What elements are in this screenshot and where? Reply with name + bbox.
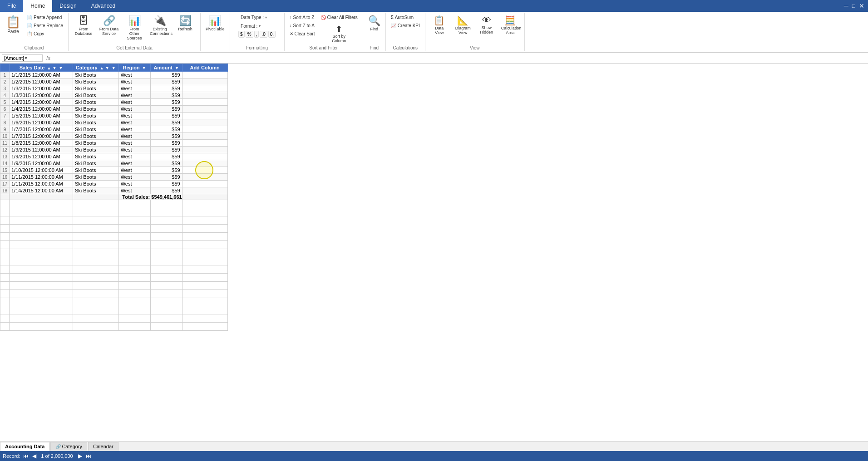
table-row[interactable]: 5 1/4/2015 12:00:00 AM Ski Boots West $5…: [0, 99, 228, 106]
cell-region[interactable]: West: [118, 126, 150, 133]
table-row[interactable]: 17 1/11/2015 12:00:00 AM Ski Boots West …: [0, 181, 228, 187]
existing-connections-button[interactable]: 🔌 Existing Connections: [148, 14, 172, 37]
cell-sales-date[interactable]: 1/6/2015 12:00:00 AM: [10, 119, 73, 126]
table-row[interactable]: 1 1/1/2015 12:00:00 AM Ski Boots West $5…: [0, 72, 228, 78]
cell-category[interactable]: Ski Boots: [73, 126, 119, 133]
cell-amount[interactable]: $59: [150, 153, 182, 160]
table-row[interactable]: 10 1/7/2015 12:00:00 AM Ski Boots West $…: [0, 133, 228, 140]
table-row[interactable]: 12 1/9/2015 12:00:00 AM Ski Boots West $…: [0, 147, 228, 153]
tab-design[interactable]: Design: [52, 0, 84, 12]
cell-extra[interactable]: [182, 147, 227, 153]
cell-amount[interactable]: $59: [150, 85, 182, 92]
find-button[interactable]: 🔍 Find: [366, 14, 383, 44]
cell-extra[interactable]: [182, 126, 227, 133]
cell-amount[interactable]: $59: [150, 113, 182, 119]
autosum-button[interactable]: Σ AutoSum: [389, 14, 422, 21]
window-close-icon[interactable]: ✕: [857, 2, 866, 10]
cell-amount[interactable]: $59: [150, 99, 182, 106]
cell-sales-date[interactable]: 1/11/2015 12:00:00 AM: [10, 181, 73, 187]
cell-region[interactable]: West: [118, 85, 150, 92]
calculation-area-button[interactable]: 🧮 Calculation Area: [499, 14, 522, 36]
cell-category[interactable]: Ski Boots: [73, 113, 119, 119]
cell-sales-date[interactable]: 1/3/2015 12:00:00 AM: [10, 85, 73, 92]
cell-region[interactable]: West: [118, 187, 150, 194]
from-database-button[interactable]: 🗄 From Database: [71, 14, 96, 37]
window-minimize-icon[interactable]: ─: [842, 2, 850, 10]
cell-category[interactable]: Ski Boots: [73, 119, 119, 126]
sheet-tab-accounting-data[interactable]: Accounting Data: [0, 442, 49, 451]
cell-amount[interactable]: $59: [150, 160, 182, 167]
cell-sales-date[interactable]: 1/8/2015 12:00:00 AM: [10, 140, 73, 147]
comma-button[interactable]: ,: [254, 31, 259, 38]
col-header-amount[interactable]: Amount ▼: [150, 64, 182, 72]
cell-extra[interactable]: [182, 85, 227, 92]
cell-region[interactable]: West: [118, 99, 150, 106]
cell-amount[interactable]: $59: [150, 133, 182, 140]
cell-extra[interactable]: [182, 133, 227, 140]
cell-amount[interactable]: $59: [150, 72, 182, 78]
cell-category[interactable]: Ski Boots: [73, 106, 119, 113]
cell-amount[interactable]: $59: [150, 140, 182, 147]
data-type-button[interactable]: Data Type : ▾: [238, 14, 276, 21]
diagram-view-button[interactable]: 📐 Diagram View: [452, 14, 474, 36]
table-row[interactable]: 3 1/3/2015 12:00:00 AM Ski Boots West $5…: [0, 85, 228, 92]
decimal-increase-button[interactable]: .0: [260, 31, 267, 38]
category-filter-icon[interactable]: ▼: [112, 66, 116, 70]
cell-extra[interactable]: [182, 174, 227, 181]
cell-region[interactable]: West: [118, 181, 150, 187]
cell-sales-date[interactable]: 1/10/2015 12:00:00 AM: [10, 167, 73, 174]
clear-sort-button[interactable]: ✕ Clear Sort: [287, 30, 317, 38]
cell-category[interactable]: Ski Boots: [73, 72, 119, 78]
cell-extra[interactable]: [182, 153, 227, 160]
amount-filter-icon[interactable]: ▼: [175, 66, 179, 70]
cell-extra[interactable]: [182, 187, 227, 194]
cell-extra[interactable]: [182, 78, 227, 85]
cell-extra[interactable]: [182, 167, 227, 174]
cell-sales-date[interactable]: 1/7/2015 12:00:00 AM: [10, 133, 73, 140]
nav-first-button[interactable]: ⏮: [22, 453, 30, 459]
copy-button[interactable]: 📋 Copy: [25, 30, 65, 38]
cell-sales-date[interactable]: 1/1/2015 12:00:00 AM: [10, 72, 73, 78]
cell-extra[interactable]: [182, 106, 227, 113]
cell-sales-date[interactable]: 1/2/2015 12:00:00 AM: [10, 78, 73, 85]
refresh-button[interactable]: 🔄 Refresh: [173, 14, 197, 33]
cell-category[interactable]: Ski Boots: [73, 147, 119, 153]
cell-ref-dropdown-icon[interactable]: ▾: [25, 56, 27, 60]
cell-sales-date[interactable]: 1/4/2015 12:00:00 AM: [10, 99, 73, 106]
table-row[interactable]: 4 1/3/2015 12:00:00 AM Ski Boots West $5…: [0, 92, 228, 99]
cell-sales-date[interactable]: 1/9/2015 12:00:00 AM: [10, 160, 73, 167]
cell-region[interactable]: West: [118, 113, 150, 119]
sheet-tab-calendar[interactable]: Calendar: [88, 442, 118, 451]
cell-amount[interactable]: $59: [150, 167, 182, 174]
cell-amount[interactable]: $59: [150, 174, 182, 181]
table-row[interactable]: 14 1/9/2015 12:00:00 AM Ski Boots West $…: [0, 160, 228, 167]
region-filter-icon[interactable]: ▼: [142, 66, 146, 70]
cell-amount[interactable]: $59: [150, 126, 182, 133]
table-row[interactable]: 2 1/2/2015 12:00:00 AM Ski Boots West $5…: [0, 78, 228, 85]
cell-amount[interactable]: $59: [150, 181, 182, 187]
nav-next-button[interactable]: ▶: [77, 453, 83, 459]
cell-region[interactable]: West: [118, 160, 150, 167]
sales-date-filter-icon[interactable]: ▼: [59, 66, 63, 70]
pivottable-button[interactable]: 📊 PivotTable: [203, 14, 227, 49]
paste-append-button[interactable]: 📄 Paste Append: [25, 14, 65, 21]
table-row[interactable]: 8 1/6/2015 12:00:00 AM Ski Boots West $5…: [0, 119, 228, 126]
from-other-sources-button[interactable]: 📊 From Other Sources: [122, 14, 147, 42]
cell-category[interactable]: Ski Boots: [73, 99, 119, 106]
cell-amount[interactable]: $59: [150, 78, 182, 85]
cell-extra[interactable]: [182, 181, 227, 187]
table-row[interactable]: 11 1/8/2015 12:00:00 AM Ski Boots West $…: [0, 140, 228, 147]
cell-region[interactable]: West: [118, 167, 150, 174]
col-header-sales-date[interactable]: Sales Date ▲ ▼ ▼: [10, 64, 73, 72]
table-row[interactable]: 15 1/10/2015 12:00:00 AM Ski Boots West …: [0, 167, 228, 174]
grid-container[interactable]: Sales Date ▲ ▼ ▼ Category ▲ ▼ ▼ Regi: [0, 64, 868, 441]
from-data-service-button[interactable]: 🔗 From Data Service: [97, 14, 121, 37]
cell-sales-date[interactable]: 1/5/2015 12:00:00 AM: [10, 113, 73, 119]
cell-category[interactable]: Ski Boots: [73, 153, 119, 160]
cell-extra[interactable]: [182, 99, 227, 106]
cell-amount[interactable]: $59: [150, 106, 182, 113]
create-kpi-button[interactable]: 📈 Create KPI: [389, 22, 422, 29]
cell-extra[interactable]: [182, 72, 227, 78]
table-row[interactable]: 16 1/11/2015 12:00:00 AM Ski Boots West …: [0, 174, 228, 181]
cell-category[interactable]: Ski Boots: [73, 181, 119, 187]
